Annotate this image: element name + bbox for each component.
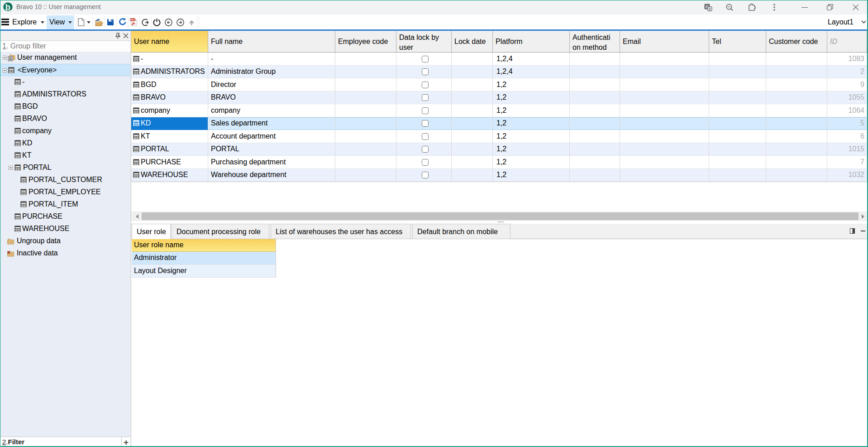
svg-text:PDF: PDF: [130, 19, 135, 21]
